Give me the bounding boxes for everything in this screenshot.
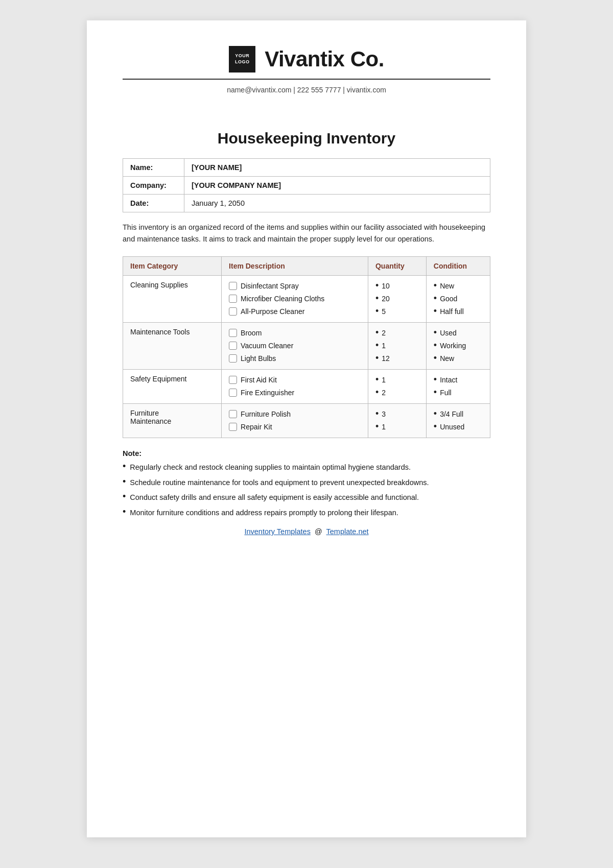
quantity-item: •5 — [375, 306, 419, 317]
col-header-category: Item Category — [123, 257, 222, 276]
note-item: Regularly check and restock cleaning sup… — [123, 462, 490, 473]
col-header-quantity: Quantity — [368, 257, 426, 276]
quantity-value: 1 — [382, 422, 386, 432]
info-label-date: Date: — [123, 195, 184, 212]
condition-value: Good — [440, 294, 457, 304]
checkbox-icon — [229, 354, 237, 363]
item-row: Vacuum Cleaner — [229, 341, 361, 351]
info-value-date: January 1, 2050 — [184, 195, 490, 212]
quantity-item: •3 — [375, 409, 419, 420]
item-row: Repair Kit — [229, 422, 361, 432]
info-label-name: Name: — [123, 159, 184, 177]
quantity-item: •10 — [375, 281, 419, 292]
cell-quantities: •2•1•12 — [368, 323, 426, 370]
cell-quantities: •10•20•5 — [368, 276, 426, 323]
checkbox-icon — [229, 329, 237, 337]
inventory-templates-link[interactable]: Inventory Templates — [244, 527, 311, 536]
item-label: First Aid Kit — [241, 375, 277, 385]
note-title: Note: — [123, 449, 490, 457]
item-label: All-Purpose Cleaner — [241, 306, 304, 317]
item-row: Furniture Polish — [229, 409, 361, 420]
logo-box: YOUR LOGO — [229, 46, 255, 73]
cell-items: First Aid KitFire Extinguisher — [222, 370, 368, 404]
logo-line1: YOUR — [235, 53, 249, 59]
checkbox-icon — [229, 423, 237, 431]
condition-value: New — [440, 353, 454, 364]
condition-value: 3/4 Full — [440, 409, 463, 420]
info-row-date: Date: January 1, 2050 — [123, 195, 490, 212]
table-row: Maintenance ToolsBroomVacuum CleanerLigh… — [123, 323, 490, 370]
bullet-dot-icon: • — [375, 422, 379, 432]
condition-value: New — [440, 281, 454, 292]
quantity-item: •2 — [375, 328, 419, 339]
cell-quantities: •1•2 — [368, 370, 426, 404]
item-label: Repair Kit — [241, 422, 272, 432]
condition-item: •New — [434, 281, 483, 292]
bullet-dot-icon: • — [375, 353, 379, 364]
info-value-name: [YOUR NAME] — [184, 159, 490, 177]
condition-item: •Good — [434, 294, 483, 304]
item-label: Broom — [241, 328, 262, 339]
item-row: First Aid Kit — [229, 375, 361, 385]
quantity-value: 1 — [382, 375, 386, 385]
contact-info: name@vivantix.com | 222 555 7777 | vivan… — [227, 86, 386, 94]
note-item: Schedule routine maintenance for tools a… — [123, 477, 490, 488]
bullet-dot-icon: • — [434, 294, 437, 304]
item-label: Furniture Polish — [241, 409, 291, 420]
header-top: YOUR LOGO Vivantix Co. — [229, 46, 384, 73]
condition-item: •Working — [434, 341, 483, 351]
quantity-value: 20 — [382, 294, 390, 304]
quantity-item: •1 — [375, 422, 419, 432]
note-item: Conduct safety drills and ensure all saf… — [123, 492, 490, 503]
item-label: Fire Extinguisher — [241, 388, 294, 398]
quantity-value: 2 — [382, 388, 386, 398]
condition-item: •Half full — [434, 306, 483, 317]
info-label-company: Company: — [123, 177, 184, 195]
item-row: Disinfectant Spray — [229, 281, 361, 292]
item-label: Microfiber Cleaning Cloths — [241, 294, 324, 304]
bullet-dot-icon: • — [434, 375, 437, 385]
condition-value: Full — [440, 388, 452, 398]
inventory-table: Item Category Item Description Quantity … — [123, 256, 490, 438]
cell-category: Cleaning Supplies — [123, 276, 222, 323]
quantity-item: •1 — [375, 375, 419, 385]
condition-value: Unused — [440, 422, 464, 432]
cell-conditions: •3/4 Full•Unused — [426, 404, 490, 438]
item-label: Vacuum Cleaner — [241, 341, 293, 351]
bullet-dot-icon: • — [375, 281, 379, 291]
quantity-value: 1 — [382, 341, 386, 351]
condition-item: •3/4 Full — [434, 409, 483, 420]
checkbox-icon — [229, 282, 237, 290]
document-page: YOUR LOGO Vivantix Co. name@vivantix.com… — [87, 20, 526, 837]
col-header-description: Item Description — [222, 257, 368, 276]
bullet-dot-icon: • — [375, 388, 379, 398]
quantity-item: •20 — [375, 294, 419, 304]
cell-items: BroomVacuum CleanerLight Bulbs — [222, 323, 368, 370]
note-section: Note: Regularly check and restock cleani… — [123, 449, 490, 518]
bullet-dot-icon: • — [375, 341, 379, 351]
bullet-dot-icon: • — [375, 409, 379, 419]
checkbox-icon — [229, 410, 237, 418]
bullet-dot-icon: • — [434, 422, 437, 432]
col-header-condition: Condition — [426, 257, 490, 276]
cell-items: Disinfectant SprayMicrofiber Cleaning Cl… — [222, 276, 368, 323]
quantity-item: •12 — [375, 353, 419, 364]
cell-items: Furniture PolishRepair Kit — [222, 404, 368, 438]
quantity-value: 2 — [382, 328, 386, 339]
info-row-name: Name: [YOUR NAME] — [123, 159, 490, 177]
template-net-link[interactable]: Template.net — [326, 527, 369, 536]
quantity-item: •1 — [375, 341, 419, 351]
header-divider — [123, 79, 490, 80]
condition-value: Intact — [440, 375, 457, 385]
bullet-dot-icon: • — [434, 306, 437, 317]
cell-category: Safety Equipment — [123, 370, 222, 404]
bullet-dot-icon: • — [375, 294, 379, 304]
document-title: Housekeeping Inventory — [123, 130, 490, 147]
item-row: All-Purpose Cleaner — [229, 306, 361, 317]
footer-link-section: Inventory Templates @ Template.net — [123, 527, 490, 536]
table-row: Safety EquipmentFirst Aid KitFire Exting… — [123, 370, 490, 404]
cell-category: Maintenance Tools — [123, 323, 222, 370]
item-label: Light Bulbs — [241, 353, 276, 364]
item-label: Disinfectant Spray — [241, 281, 299, 292]
bullet-dot-icon: • — [434, 353, 437, 364]
